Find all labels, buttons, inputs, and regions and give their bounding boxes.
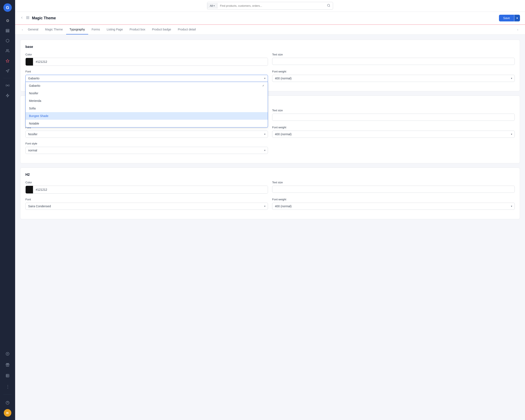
- dropdown-item-nosifer[interactable]: Nosifer: [26, 89, 268, 97]
- sidebar-icon-more[interactable]: ⋮: [3, 383, 12, 391]
- base-fontweight-select[interactable]: 400 (normal): [272, 75, 515, 82]
- base-textsize-input[interactable]: 16px: [272, 58, 515, 65]
- h1-fontweight-select-wrapper: 400 (normal) ▾: [272, 131, 515, 138]
- nav-tabs: ‹ General Magic Theme Typography Forms L…: [15, 25, 525, 35]
- check-icon: ✓: [262, 84, 264, 87]
- h1-font-select[interactable]: Nosifer: [25, 131, 268, 138]
- app-logo[interactable]: G: [3, 3, 12, 12]
- page-title: Magic Theme: [32, 16, 56, 20]
- layout-button[interactable]: [26, 16, 29, 20]
- h2-font-weight-row: Font Saira Condensed ▾ Font weight 400 (…: [25, 198, 515, 210]
- sidebar-icon-megaphone[interactable]: [3, 67, 12, 75]
- base-color-text-input[interactable]: [33, 58, 268, 65]
- svg-rect-2: [6, 31, 9, 32]
- h2-fontweight-label: Font weight: [272, 198, 515, 201]
- tab-product-detail[interactable]: Product detail: [175, 25, 199, 34]
- tab-product-box[interactable]: Product box: [126, 25, 149, 34]
- h2-fontweight-select-wrapper: 400 (normal) ▾: [272, 203, 515, 210]
- sidebar-icon-gift[interactable]: [3, 361, 12, 369]
- h2-color-textsize-row: Color Text size 22px: [25, 181, 515, 194]
- h2-font-label: Font: [25, 198, 268, 201]
- h2-color-swatch[interactable]: [26, 186, 33, 193]
- back-button[interactable]: [20, 16, 24, 20]
- h1-fontstyle-select-wrapper: normal ▾: [25, 147, 268, 154]
- tab-product-badge[interactable]: Product badge: [149, 25, 175, 34]
- base-color-input-wrapper[interactable]: [25, 58, 268, 66]
- tab-general[interactable]: General: [25, 25, 42, 34]
- sidebar-icon-add[interactable]: [3, 350, 12, 358]
- dropdown-item-gabarito[interactable]: Gabarito ✓: [26, 82, 268, 89]
- sidebar-icon-dashboard[interactable]: ⊙: [3, 16, 12, 25]
- h1-font-weight-row: Font Nosifer ▾ Font weight 400 (normal): [25, 126, 515, 138]
- h1-textsize-label: Text size: [272, 109, 515, 112]
- search-type-label: All: [210, 4, 213, 7]
- tab-listing-page[interactable]: Listing Page: [103, 25, 126, 34]
- svg-point-17: [327, 4, 330, 7]
- h1-fontstyle-group: Font style normal ▾: [25, 142, 268, 154]
- h2-font-select-wrapper: Saira Condensed ▾: [25, 203, 268, 210]
- base-font-select[interactable]: Gabarito: [25, 75, 268, 82]
- base-font-group: Font Gabarito ▾ Gabarito ✓: [25, 70, 268, 82]
- base-font-select-wrapper: Gabarito ▾: [25, 75, 268, 82]
- h2-color-input-wrapper[interactable]: [25, 186, 268, 194]
- h1-empty-col: [272, 142, 515, 154]
- h2-fontweight-select[interactable]: 400 (normal): [272, 203, 515, 210]
- topbar: All ▾: [15, 0, 525, 12]
- search-container: All ▾: [207, 2, 333, 10]
- search-input[interactable]: [217, 2, 324, 9]
- sidebar-icon-theme[interactable]: [3, 57, 12, 65]
- svg-marker-5: [6, 94, 9, 97]
- h1-font-select-wrapper: Nosifer ▾: [25, 131, 268, 138]
- h2-font-select[interactable]: Saira Condensed: [25, 203, 268, 210]
- base-color-textsize-row: Color Text size 16px: [25, 53, 515, 66]
- save-button-group: Save ▾: [499, 15, 520, 21]
- sidebar-bottom: ⋮ IK: [3, 349, 12, 417]
- sidebar-icon-settings[interactable]: [3, 81, 12, 90]
- sidebar-icon-table[interactable]: [3, 372, 12, 380]
- search-button[interactable]: [324, 2, 333, 9]
- sidebar-icon-box[interactable]: [3, 37, 12, 45]
- sidebar-divider: [3, 78, 12, 78]
- sidebar-icon-layers[interactable]: [3, 27, 12, 35]
- sidebar-icon-users[interactable]: [3, 47, 12, 55]
- base-section: base Color Text size 16px Font: [20, 40, 520, 91]
- search-type-chevron: ▾: [214, 5, 215, 7]
- content-area: base Color Text size 16px Font: [15, 35, 525, 420]
- base-color-swatch[interactable]: [26, 58, 33, 65]
- tab-forms[interactable]: Forms: [88, 25, 103, 34]
- svg-point-4: [7, 85, 8, 86]
- h2-color-label: Color: [25, 181, 268, 184]
- h2-font-group: Font Saira Condensed ▾: [25, 198, 268, 210]
- nav-right-arrow[interactable]: ‹: [516, 25, 520, 34]
- page-header: Magic Theme Save ▾: [15, 12, 525, 25]
- dropdown-item-bungee-shade[interactable]: Bungee Shade: [26, 112, 268, 120]
- h1-textsize-input[interactable]: 24px: [272, 114, 515, 121]
- h2-color-text-input[interactable]: [33, 186, 268, 193]
- user-avatar[interactable]: IK: [4, 409, 11, 417]
- svg-point-3: [7, 49, 8, 51]
- dropdown-item-merienda[interactable]: Merienda: [26, 97, 268, 105]
- nav-left-arrow[interactable]: ‹: [20, 25, 25, 34]
- tab-typography[interactable]: Typography: [66, 25, 88, 34]
- h2-color-group: Color: [25, 181, 268, 194]
- svg-rect-1: [6, 30, 9, 31]
- h1-font-group: Font Nosifer ▾: [25, 126, 268, 138]
- base-color-group: Color: [25, 53, 268, 66]
- sidebar-icon-help[interactable]: [3, 399, 12, 407]
- base-fontweight-select-wrapper: 400 (normal) ▾: [272, 75, 515, 82]
- h1-fontstyle-row: Font style normal ▾: [25, 142, 515, 154]
- dropdown-item-notable[interactable]: Notable: [26, 120, 268, 127]
- search-type-selector[interactable]: All ▾: [207, 3, 217, 9]
- h1-fontweight-select[interactable]: 400 (normal): [272, 131, 515, 138]
- svg-rect-0: [6, 29, 9, 30]
- svg-line-18: [329, 6, 330, 7]
- save-dropdown-button[interactable]: ▾: [514, 15, 520, 21]
- svg-rect-19: [27, 16, 28, 18]
- h2-textsize-input[interactable]: 22px: [272, 186, 515, 193]
- sidebar-icon-shapes[interactable]: [3, 91, 12, 100]
- tab-magic-theme[interactable]: Magic Theme: [42, 25, 66, 34]
- dropdown-item-sofia[interactable]: Sofia: [26, 105, 268, 112]
- h1-fontweight-label: Font weight: [272, 126, 515, 129]
- save-button[interactable]: Save: [499, 15, 514, 21]
- h1-fontstyle-select[interactable]: normal: [25, 147, 268, 154]
